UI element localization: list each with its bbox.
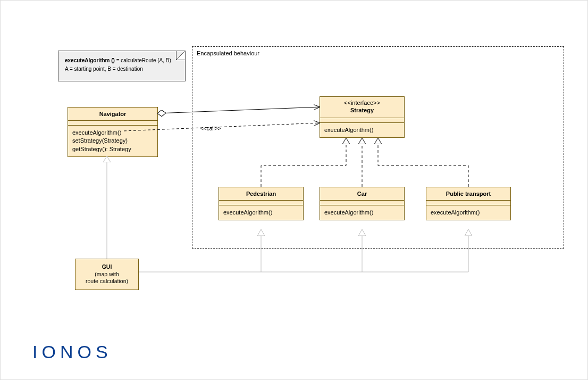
class-car-ops: executeAlgorithm() (320, 205, 404, 220)
gui-subtitle-2: route calculation) (86, 278, 128, 284)
note-line-1-rest: = calculateRoute (A, B) (115, 57, 171, 63)
class-pedestrian-attr (219, 201, 303, 205)
note-line-2: A = starting point, B = destination (65, 65, 180, 73)
class-car-title: Car (320, 187, 404, 201)
class-navigator-attr (68, 121, 157, 126)
note-fold-icon (176, 51, 185, 60)
class-public-transport-title: Public transport (426, 187, 510, 201)
op: getStrategy(): Strategy (72, 145, 153, 153)
class-navigator-title: Navigator (68, 108, 157, 121)
call-label: <<call>> (200, 126, 221, 131)
brand-logo: IONOS (32, 342, 112, 362)
note-line-1-bold: executeAlgorithm () (65, 57, 115, 63)
op: setStrategy(Strategy) (72, 137, 153, 145)
op: executeAlgorithm() (72, 129, 153, 137)
class-gui: GUI (map with route calculation) (75, 259, 139, 290)
class-strategy-ops: executeAlgorithm() (320, 123, 404, 137)
diagram-canvas: executeAlgorithm () = calculateRoute (A,… (0, 0, 588, 380)
gui-title: GUI (102, 263, 112, 270)
class-navigator: Navigator executeAlgorithm() setStrategy… (68, 107, 158, 157)
op: executeAlgorithm() (223, 209, 299, 217)
class-strategy-title: Strategy (322, 106, 402, 114)
class-car: Car executeAlgorithm() (320, 187, 405, 220)
class-public-transport: Public transport executeAlgorithm() (426, 187, 511, 220)
class-strategy-attr (320, 118, 404, 123)
op: executeAlgorithm() (324, 209, 400, 217)
class-pedestrian-title: Pedestrian (219, 187, 303, 201)
class-car-attr (320, 201, 404, 205)
note-line-1: executeAlgorithm () = calculateRoute (A,… (65, 56, 180, 65)
note-box: executeAlgorithm () = calculateRoute (A,… (58, 51, 186, 81)
class-navigator-ops: executeAlgorithm() setStrategy(Strategy)… (68, 126, 157, 156)
encapsulated-frame-title: Encapsulated behaviour (197, 50, 259, 56)
class-strategy-header: <<interface>> Strategy (320, 97, 404, 118)
op: executeAlgorithm() (324, 126, 400, 134)
class-strategy: <<interface>> Strategy executeAlgorithm(… (320, 96, 405, 138)
stereotype-label: <<interface>> (322, 99, 402, 106)
class-pedestrian: Pedestrian executeAlgorithm() (219, 187, 304, 220)
class-public-transport-attr (426, 201, 510, 205)
class-public-transport-ops: executeAlgorithm() (426, 205, 510, 220)
class-pedestrian-ops: executeAlgorithm() (219, 205, 303, 220)
op: executeAlgorithm() (431, 209, 506, 217)
gui-subtitle-1: (map with (95, 271, 119, 277)
